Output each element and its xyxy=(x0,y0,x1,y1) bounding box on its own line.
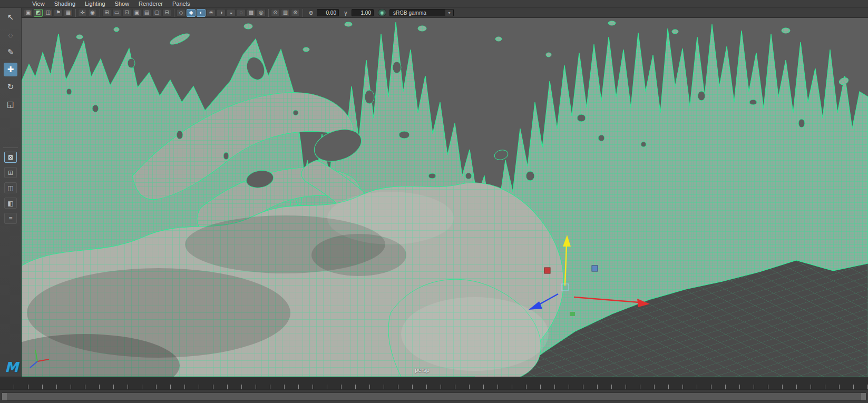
ambient-occlusion-icon[interactable]: ◒ xyxy=(227,9,236,17)
manipulator-blue-cube[interactable] xyxy=(592,266,598,271)
camera-lock-icon[interactable]: ◩ xyxy=(34,9,43,17)
color-management-toggle[interactable]: ◉ xyxy=(378,9,386,16)
toolbar-separator xyxy=(172,9,174,17)
shaded-icon[interactable]: ◆ xyxy=(187,9,196,17)
viewport-canvas[interactable] xyxy=(22,18,868,377)
resolution-gate-icon[interactable]: ⊡ xyxy=(122,9,131,17)
use-all-lights-icon[interactable]: ☀ xyxy=(207,9,216,17)
gamma-field[interactable]: 1.00 xyxy=(352,9,374,16)
film-gate-icon[interactable]: ▭ xyxy=(112,9,121,17)
layout-menu-button[interactable]: ≡ xyxy=(4,213,17,224)
paint-select-tool[interactable]: ✎ xyxy=(4,45,17,59)
viewport-toolbar-icons: ▣◩◫⚑▦✛◉⊞▭⊡▣▤▢⊟◇◆◐☀◑◒◌▩◎⊙▥⊛ xyxy=(24,9,304,17)
menu-show[interactable]: Show xyxy=(110,0,134,7)
perspective-viewport[interactable]: persp xyxy=(22,18,868,377)
isolate-select-icon[interactable]: ⊙ xyxy=(271,9,280,17)
range-slider-bar[interactable] xyxy=(2,392,866,401)
scale-tool[interactable]: ◱ xyxy=(4,97,17,111)
manipulator-red-cube[interactable] xyxy=(544,268,550,273)
menu-shading[interactable]: Shading xyxy=(50,0,80,7)
exposure-field[interactable]: 0.00 xyxy=(317,9,339,16)
antialias-icon[interactable]: ▩ xyxy=(247,9,256,17)
single-pane-layout-button[interactable]: ⊠ xyxy=(4,152,17,163)
time-slider[interactable] xyxy=(0,377,868,389)
maya-logo: M xyxy=(3,359,20,375)
toolbar-separator xyxy=(301,9,303,17)
image-plane-icon[interactable]: ▦ xyxy=(64,9,73,17)
viewport-toolbar: ▣◩◫⚑▦✛◉⊞▭⊡▣▤▢⊟◇◆◐☀◑◒◌▩◎⊙▥⊛ ⊕ 0.00 γ 1.00… xyxy=(22,8,868,18)
dropdown-arrow-icon[interactable]: ▼ xyxy=(445,9,453,16)
move-tool[interactable]: ✚ xyxy=(4,63,17,76)
oversampling-icon[interactable]: ◉ xyxy=(88,9,97,17)
select-camera-icon[interactable]: ▣ xyxy=(24,9,33,17)
menu-renderer[interactable]: Renderer xyxy=(134,0,168,7)
manipulator-green-handle[interactable] xyxy=(570,312,575,316)
panel-menu-bar: ViewShadingLightingShowRendererPanels xyxy=(0,0,868,8)
rotate-tool[interactable]: ↻ xyxy=(4,80,17,94)
exposure-icon[interactable]: ⊕ xyxy=(307,9,315,16)
shadows-icon[interactable]: ◑ xyxy=(217,9,226,17)
safe-title-icon[interactable]: ⊟ xyxy=(162,9,171,17)
toolbox-divider xyxy=(3,148,18,148)
toolbox-layouts: ⊠⊞◫◧≡ xyxy=(4,152,17,224)
pan-zoom-icon[interactable]: ✛ xyxy=(78,9,87,17)
motion-blur-icon[interactable]: ◌ xyxy=(237,9,246,17)
gate-mask-icon[interactable]: ▣ xyxy=(132,9,141,17)
maya-application-window: ViewShadingLightingShowRendererPanels ▣◩… xyxy=(0,0,868,403)
safe-action-icon[interactable]: ▢ xyxy=(152,9,161,17)
menu-panels[interactable]: Panels xyxy=(168,0,195,7)
bookmark-icon[interactable]: ⚑ xyxy=(54,9,63,17)
four-pane-layout-button[interactable]: ⊞ xyxy=(4,167,17,178)
wireframe-icon[interactable]: ◇ xyxy=(177,9,186,17)
camera-name-label: persp xyxy=(391,367,454,373)
menu-lighting[interactable]: Lighting xyxy=(80,0,110,7)
toolbox-tools: ↖◌✎✚↻◱ xyxy=(4,11,17,111)
depth-of-field-icon[interactable]: ◎ xyxy=(257,9,266,17)
gamma-icon[interactable]: γ xyxy=(342,9,349,16)
menu-view[interactable]: View xyxy=(27,0,50,7)
view-transform-dropdown[interactable]: sRGB gamma ▼ xyxy=(389,9,454,16)
toolbar-separator xyxy=(267,9,269,17)
range-slider[interactable] xyxy=(0,389,868,403)
lasso-select-tool[interactable]: ◌ xyxy=(4,28,17,42)
field-chart-icon[interactable]: ▤ xyxy=(142,9,151,17)
persp-outliner-layout-button[interactable]: ◧ xyxy=(4,198,17,209)
xray-icon[interactable]: ▥ xyxy=(281,9,290,17)
select-tool[interactable]: ↖ xyxy=(4,11,17,24)
grid-icon[interactable]: ⊞ xyxy=(102,9,111,17)
toolbar-separator xyxy=(98,9,100,17)
view-transform-value: sRGB gamma xyxy=(393,10,426,16)
camera-attributes-icon[interactable]: ◫ xyxy=(44,9,53,17)
toolbox: ↖◌✎✚↻◱ ⊠⊞◫◧≡ xyxy=(0,8,22,377)
wireframe-on-shaded-icon[interactable]: ⊛ xyxy=(291,9,300,17)
two-pane-layout-button[interactable]: ◫ xyxy=(4,182,17,193)
toolbar-separator xyxy=(74,9,76,17)
textured-icon[interactable]: ◐ xyxy=(197,9,206,17)
